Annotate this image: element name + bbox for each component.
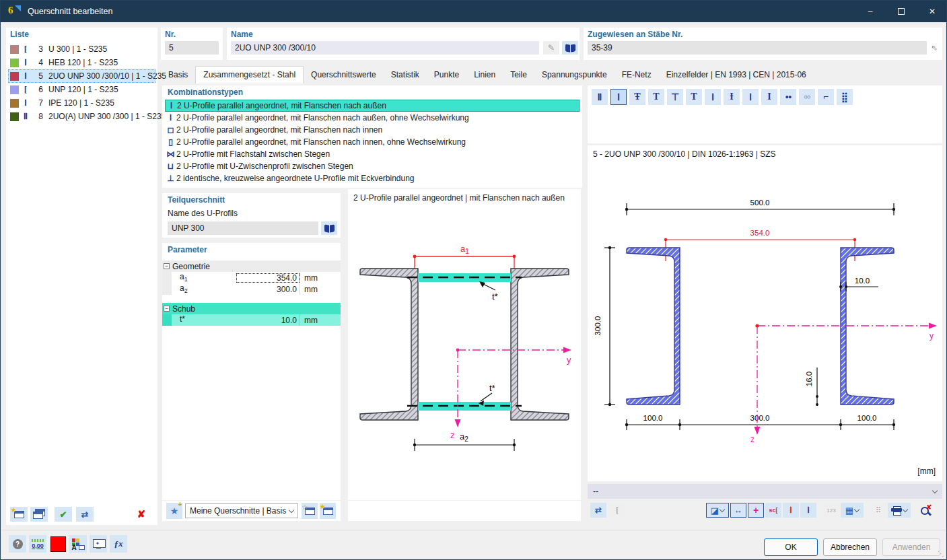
dimension-icon: Ⅰ [807,505,810,516]
cancel-button[interactable]: Abbrechen [823,538,877,556]
tab-basis[interactable]: Basis [161,67,195,83]
new-section-button[interactable]: ★ [10,507,28,522]
new-favorite-button[interactable]: ★ [320,503,336,519]
param-value-input[interactable]: 354.0 [236,273,300,283]
formula-button[interactable]: ƒx [110,535,127,553]
parameter-row-a1: a1 354.0 mm [162,272,341,283]
tab-linien[interactable]: Linien [466,67,503,83]
type-t-offset-icon[interactable]: ⊤ [667,89,683,105]
type-i-narrow-icon[interactable]: I [761,89,777,105]
stress-result-dropdown[interactable]: -- [588,484,942,499]
assigned-panel: Zugewiesen an Stäbe Nr. 35-39 ⇖ [584,28,942,60]
dimension-points-red-button[interactable]: Ⅰ [783,503,799,518]
copy-section-button[interactable] [30,507,48,522]
renumber-button[interactable]: ⇄ [76,507,94,522]
tab-querschnittswerte[interactable]: Querschnittswerte [304,67,384,83]
rename-button[interactable]: ✎ [543,41,559,55]
maximize-button[interactable] [886,1,917,22]
dimension-points-button[interactable]: Ⅰ [800,503,816,518]
svg-text:t*: t* [492,291,498,302]
edit-cross-section-dialog: 6 Querschnitt bearbeiten – ✕ Liste [ 3 U… [0,0,947,560]
list-item[interactable]: [ 6 UNP 120 | 1 - S235 [8,83,155,96]
type-t-top-icon[interactable]: Ŧ [629,89,645,105]
combination-type-item[interactable]: ▯ 2 U-Profile parallel angeordnet, mit F… [165,136,580,148]
left-u-profile-shape [360,269,418,420]
favorites-dropdown[interactable]: Meine Querschnitte | Basis [185,503,298,518]
axes-icon: + [753,505,759,516]
list-item[interactable]: Ⅱ 8 2UO(A) UNP 300 /300 | 1 - S235 [8,110,155,123]
display-settings-button[interactable]: ✦ [90,535,107,553]
units-button[interactable]: 0,00 [29,535,46,553]
combination-type-item[interactable]: ⊥ 2 identische, kreuzweise angeordnete U… [165,172,580,184]
tab-teile[interactable]: Teile [503,67,534,83]
param-value-input[interactable]: 300.0 [236,285,300,294]
combination-type-item-selected[interactable]: Ⅰ 2 U-Profile parallel angeordnet, mit F… [165,100,580,112]
type-2u-parallel-out-icon[interactable]: Ⅱ [592,89,608,105]
apply-button[interactable]: Anwenden [882,538,940,556]
type-dots-open-icon[interactable]: ○○ [799,89,815,105]
print-button[interactable] [888,503,911,518]
collapse-icon[interactable]: − [164,263,170,269]
type-toolbar-panel: Ⅱ Ⅰ Ŧ T ⊤ T Ⅰ Ɨ Ⅰ I ●● ○○ ⌐ ⣿ [588,85,942,143]
tab-statistik[interactable]: Statistik [384,67,427,83]
tab-einzelfelder[interactable]: Einzelfelder | EN 1993 | CEN | 2015-06 [659,67,814,83]
list-item[interactable]: [ 3 U 300 | 1 - S235 [8,42,155,56]
dimensions-button[interactable]: ↔ [730,503,746,518]
import-section-button[interactable]: ⇄ [590,503,606,518]
type-i-icon[interactable]: Ⅰ [742,89,759,105]
combination-type-item[interactable]: ⋈ 2 U-Profile mit Flachstahl zwischen St… [165,148,580,160]
geometry-group-row[interactable]: − Geometrie [162,260,341,272]
type-t-icon[interactable]: T [648,89,664,105]
nr-field[interactable]: 5 [165,41,219,55]
profile-library-button[interactable] [321,221,337,235]
profile-shape-button[interactable]: [ [609,503,625,518]
list-item-selected[interactable]: Ⅰ 5 2UO UNP 300 /300/10 | 1 - S235 [8,69,155,83]
add-favorite-button[interactable]: ★+ [166,503,182,519]
tab-spannungspunkte[interactable]: Spannungspunkte [534,67,615,83]
minimize-button[interactable]: – [855,1,886,22]
list-item[interactable]: Ⅰ 4 HEB 120 | 1 - S235 [8,56,155,69]
tab-punkte[interactable]: Punkte [427,67,466,83]
delete-section-button[interactable]: ✘ [133,507,150,522]
resize-grip[interactable]: ⋱ [938,550,944,557]
svg-text:a2: a2 [460,431,468,443]
help-button[interactable]: ? [9,535,26,553]
assigned-field[interactable]: 35-39 [588,41,927,55]
select-all-button[interactable]: ✔ [55,507,72,522]
collapse-icon[interactable]: − [164,306,170,312]
type-2u-out-composite-icon[interactable]: Ⅰ [610,89,627,105]
type-cluster-icon[interactable]: ⣿ [837,89,853,105]
axes-button[interactable]: + [748,503,764,518]
type-i-bracket-icon[interactable]: Ⅰ [705,89,721,105]
numbering-button[interactable]: 123 [823,503,839,518]
type-i-cross-icon[interactable]: Ɨ [724,89,740,105]
parameter-row-tstar: t* 10.0 mm [162,314,341,326]
ok-button[interactable]: OK [764,538,818,556]
combination-type-item[interactable]: ⊔ 2 U-Profile mit U-Zwischenprofil zwisc… [165,160,580,172]
close-button[interactable]: ✕ [917,1,947,22]
combination-type-item[interactable]: ◻ 2 U-Profile parallel angeordnet, mit F… [165,124,580,136]
shear-group-row[interactable]: − Schub [162,303,341,314]
type-corner-icon[interactable]: ⌐ [818,89,834,105]
param-value-input[interactable]: 10.0 [236,316,300,325]
display-options-button[interactable]: A [69,535,87,553]
type-dots-filled-icon[interactable]: ●● [780,89,796,105]
pick-members-button[interactable]: ⇖ [928,41,940,55]
grid-button[interactable]: ▦ [841,503,864,518]
type-t-heavy-icon[interactable]: T [686,89,702,105]
tab-fe-netz[interactable]: FE-Netz [615,67,659,83]
tab-zusammengesetzt-stahl[interactable]: Zusammengesetzt - Stahl [195,66,304,83]
name-field[interactable]: 2UO UNP 300 /300/10 [231,41,539,55]
apply-favorite-button[interactable]: ☆ [302,503,318,519]
nr-value: 5 [169,43,174,53]
library-button[interactable] [562,41,578,55]
combination-type-item[interactable]: Ⅰ 2 U-Profile parallel angeordnet, mit F… [165,112,580,124]
u-profile-name-field[interactable]: UNP 300 [168,221,318,235]
details-button[interactable]: ⠿ [870,503,886,518]
zoom-reset-button[interactable]: ✘ [917,503,934,518]
star-plus-icon: ★+ [170,505,179,516]
stress-points-button[interactable]: sc[ [765,503,781,518]
render-fill-button[interactable]: ◪ [706,503,729,518]
color-button[interactable] [49,535,67,553]
list-item[interactable]: Ⅰ 7 IPE 120 | 1 - S235 [8,96,155,110]
